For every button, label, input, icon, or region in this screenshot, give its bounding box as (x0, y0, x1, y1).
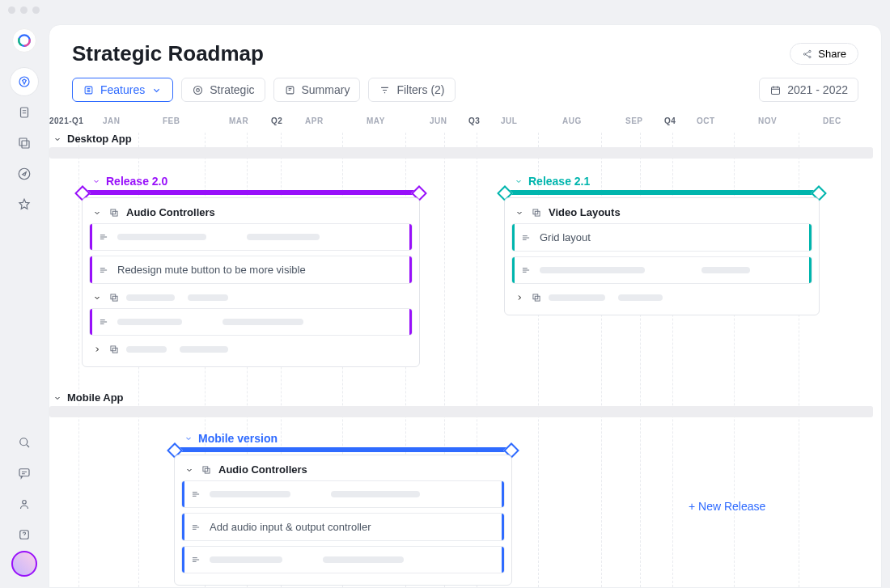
svg-rect-6 (22, 141, 29, 148)
release-mobile[interactable]: Mobile version (174, 432, 512, 452)
nav-star-icon[interactable] (10, 190, 39, 219)
calendar-icon (769, 84, 782, 96)
nav-chat-icon[interactable] (10, 459, 39, 488)
chevron-down-icon (184, 434, 193, 443)
copy-icon (531, 292, 542, 303)
avatar[interactable] (11, 551, 37, 577)
feature-item[interactable] (89, 223, 413, 251)
sub-group-collapsed[interactable] (89, 341, 413, 360)
copy-icon (201, 464, 212, 476)
chevron-down-icon (515, 208, 524, 218)
feature-item[interactable] (181, 480, 505, 508)
nav-compass-icon[interactable] (10, 159, 39, 188)
share-button[interactable]: Share (790, 43, 858, 65)
summary-button[interactable]: Summary (273, 78, 361, 102)
lines-icon (190, 489, 201, 500)
chevron-down-icon (53, 393, 62, 403)
filter-icon (379, 84, 391, 96)
lines-icon (98, 231, 109, 243)
svg-point-17 (197, 88, 200, 91)
svg-point-10 (23, 501, 27, 505)
copy-icon (108, 292, 120, 303)
sub-group-collapsed[interactable] (511, 289, 812, 308)
svg-rect-21 (112, 211, 117, 216)
logo-icon[interactable] (12, 28, 36, 53)
section-header-mobile[interactable]: Mobile App (53, 391, 124, 404)
svg-point-16 (194, 86, 202, 94)
card-header[interactable]: Audio Controllers (181, 462, 505, 480)
summary-icon (284, 84, 296, 96)
feature-item[interactable] (89, 308, 413, 336)
nav-doc-icon[interactable] (10, 98, 39, 127)
share-icon (802, 49, 813, 60)
card-video-layouts: Video Layouts Grid layout (504, 197, 820, 315)
card-mobile-audio: Audio Controllers Add audio input & outp… (174, 455, 512, 586)
timeline: 2021-Q1JANFEBMARQ2APRMAYJUNQ3JULAUGSEPQ4… (49, 113, 881, 133)
svg-point-13 (809, 50, 811, 52)
svg-rect-23 (112, 296, 117, 301)
card-header[interactable]: Video Layouts (511, 205, 812, 223)
window-controls (8, 6, 40, 14)
nav-search-icon[interactable] (10, 428, 39, 457)
features-button[interactable]: Features (72, 78, 173, 102)
lines-icon (520, 232, 532, 243)
release-2-0[interactable]: Release 2.0 (82, 175, 420, 195)
filters-button[interactable]: Filters (2) (368, 78, 455, 102)
svg-point-7 (19, 168, 30, 180)
chevron-right-icon (92, 345, 102, 354)
section-header-desktop[interactable]: Desktop App (53, 133, 132, 145)
svg-point-12 (804, 53, 806, 54)
svg-rect-19 (772, 87, 780, 94)
chevron-down-icon (514, 176, 523, 186)
chevron-down-icon (53, 134, 62, 144)
lines-icon (190, 522, 201, 533)
svg-rect-22 (111, 294, 116, 299)
nav-copy-icon[interactable] (10, 129, 39, 158)
nav-roadmap-icon[interactable] (10, 67, 39, 96)
svg-rect-28 (533, 294, 538, 299)
chevron-down-icon (91, 176, 101, 186)
daterange-button[interactable]: 2021 - 2022 (759, 78, 858, 102)
list-icon (83, 84, 95, 96)
copy-icon (108, 344, 120, 355)
copy-icon (108, 207, 120, 218)
svg-rect-26 (533, 209, 538, 214)
feature-item[interactable] (511, 256, 812, 284)
copy-icon (531, 207, 542, 218)
feature-item[interactable]: Add audio input & output controller (181, 513, 505, 541)
svg-rect-29 (535, 296, 540, 301)
feature-item[interactable]: Grid layout (511, 223, 812, 252)
nav-user-icon[interactable] (10, 489, 39, 518)
new-release-button[interactable]: + New Release (689, 500, 765, 513)
page-title: Strategic Roadmap (72, 41, 264, 66)
lines-icon (98, 316, 109, 328)
svg-rect-27 (535, 211, 540, 216)
svg-rect-20 (111, 209, 116, 214)
release-2-1[interactable]: Release 2.1 (504, 175, 820, 195)
strategic-button[interactable]: Strategic (181, 78, 265, 102)
chevron-down-icon (184, 465, 194, 475)
svg-rect-5 (19, 138, 27, 146)
svg-rect-31 (205, 468, 210, 473)
sidebar (0, 0, 49, 588)
chevron-down-icon (150, 84, 163, 96)
svg-rect-4 (21, 108, 28, 117)
svg-rect-24 (111, 346, 116, 351)
chevron-right-icon (515, 293, 524, 302)
sub-group[interactable] (89, 289, 413, 308)
feature-item[interactable] (181, 546, 505, 573)
target-icon (192, 84, 204, 96)
nav-help-icon[interactable] (10, 520, 39, 549)
lines-icon (520, 264, 532, 276)
svg-point-14 (809, 56, 811, 57)
lines-icon (98, 264, 109, 276)
svg-rect-25 (112, 348, 117, 353)
lines-icon (190, 554, 201, 565)
feature-item[interactable]: Redesign mute button to be more visible (89, 256, 413, 284)
chevron-down-icon (92, 208, 102, 218)
svg-point-8 (20, 438, 28, 446)
svg-rect-30 (203, 466, 208, 471)
chevron-down-icon (92, 293, 102, 302)
card-audio-controllers: Audio Controllers Redesign mute button t… (82, 197, 420, 367)
card-header[interactable]: Audio Controllers (89, 205, 413, 223)
